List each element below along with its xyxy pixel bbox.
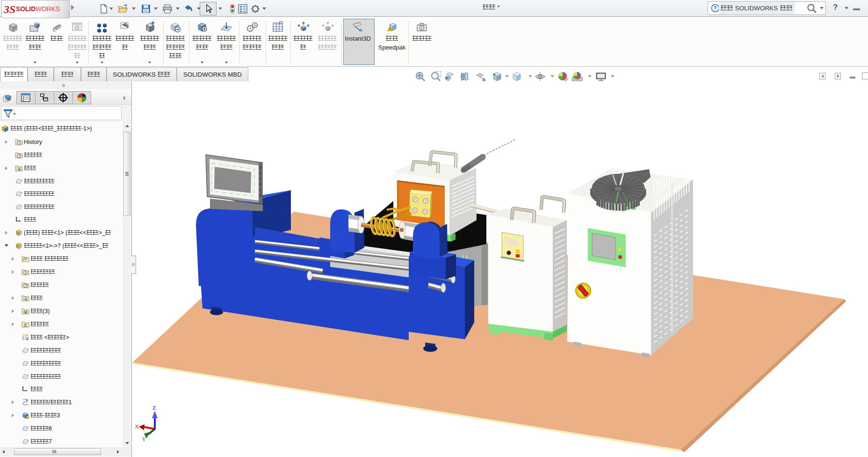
- svg-text:X: X: [135, 423, 139, 430]
- svg-text:WORKS: WORKS: [36, 6, 60, 13]
- svg-text:!: !: [389, 27, 391, 31]
- svg-text:A: A: [18, 167, 21, 171]
- svg-text:Z: Z: [152, 404, 156, 411]
- svg-text:?: ?: [714, 5, 717, 12]
- svg-text:Σ: Σ: [24, 323, 27, 328]
- svg-text:3S: 3S: [3, 3, 15, 15]
- svg-text:SOLID: SOLID: [16, 6, 36, 13]
- svg-text:A: A: [24, 297, 27, 301]
- svg-text:Y: Y: [142, 436, 146, 443]
